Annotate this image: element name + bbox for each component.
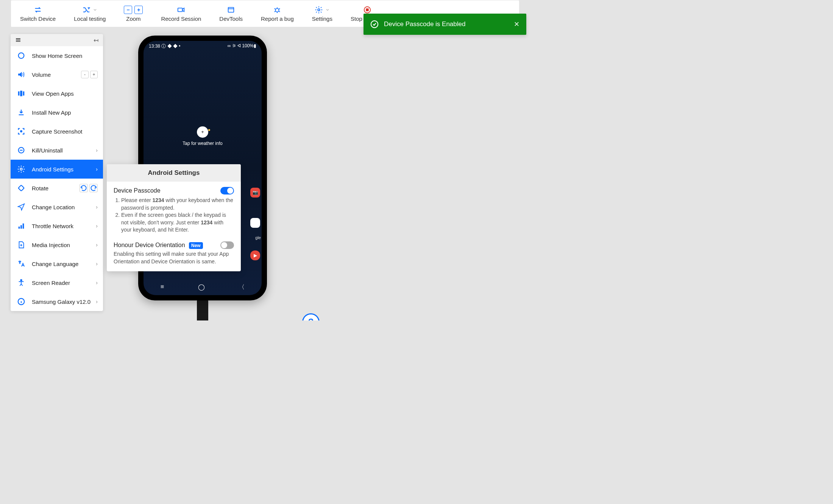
rotate-ccw-button[interactable] (80, 184, 88, 192)
bars-icon (17, 222, 25, 230)
back-button[interactable]: 〈 (239, 283, 245, 291)
weather-widget[interactable]: +● Tap for weather info (144, 126, 262, 146)
sidebar-item-label: Samsung Galaxy v12.0 (32, 299, 90, 305)
svg-rect-8 (18, 92, 20, 96)
actions-sidebar: 〓 ↤ Show Home Screen Volume - + View Ope… (11, 34, 103, 311)
drag-handle-icon[interactable]: 〓 (15, 36, 20, 44)
status-bar: 13:38 ⓘ ◆ ◆ • ∞ ⚞ ᐊ 100%▮ (144, 41, 262, 50)
zoom-in-button[interactable]: + (134, 6, 143, 14)
gear-icon (315, 6, 323, 14)
gear-icon (17, 165, 25, 173)
sidebar-item-location[interactable]: Change Location › (11, 198, 103, 216)
sidebar-item-home[interactable]: Show Home Screen (11, 46, 103, 65)
setting-passcode: Device Passcode Please enter 1234 with y… (107, 182, 241, 236)
sidebar-item-label: Capture Screenshot (32, 128, 98, 135)
zoom-control[interactable]: − + Zoom (115, 0, 152, 27)
sidebar-item-throttle[interactable]: Throttle Network › (11, 216, 103, 235)
svg-rect-16 (20, 225, 22, 229)
app-icon[interactable]: ▶ (250, 250, 260, 260)
chevron-right-icon: › (96, 223, 98, 229)
sidebar-item-media[interactable]: Media Injection › (11, 235, 103, 254)
passcode-toggle[interactable] (220, 187, 234, 194)
report-bug-button[interactable]: Report a bug (252, 0, 303, 27)
sidebar-item-rotate[interactable]: Rotate (11, 179, 103, 198)
switch-device-button[interactable]: Switch Device (11, 0, 65, 27)
report-bug-label: Report a bug (261, 16, 294, 22)
svg-point-2 (276, 8, 279, 12)
sidebar-item-open-apps[interactable]: View Open Apps (11, 84, 103, 103)
volume-down-button[interactable]: - (81, 71, 89, 78)
sidebar-item-screenshot[interactable]: Capture Screenshot (11, 122, 103, 141)
collapse-icon[interactable]: ↤ (94, 37, 98, 44)
sidebar-item-device-info[interactable]: Samsung Galaxy v12.0 › (11, 292, 103, 311)
sidebar-item-kill[interactable]: Kill/Uninstall › (11, 141, 103, 160)
help-fab[interactable]: ? (302, 313, 320, 320)
switch-device-label: Switch Device (20, 16, 56, 22)
check-circle-icon (370, 20, 379, 28)
zoom-out-button[interactable]: − (124, 6, 132, 14)
svg-rect-1 (228, 7, 234, 12)
android-navbar: ≡ ◯ 〈 (144, 283, 262, 291)
rotate-icon (17, 184, 25, 192)
local-testing-button[interactable]: Local testing (65, 0, 115, 27)
record-session-button[interactable]: Record Session (152, 0, 210, 27)
chevron-down-icon (325, 8, 330, 12)
rotate-cw-button[interactable] (89, 184, 98, 192)
passcode-title: Device Passcode (114, 187, 161, 194)
sidebar-item-label: Install New App (32, 109, 98, 116)
sidebar-item-label: Screen Reader (32, 280, 90, 286)
rotate-buttons (80, 184, 98, 192)
shuffle-icon (82, 6, 90, 14)
sidebar-item-label: Rotate (32, 185, 74, 191)
svg-point-18 (20, 280, 22, 281)
sidebar-item-label: Change Language (32, 261, 90, 267)
accessibility-icon (17, 278, 25, 287)
svg-rect-10 (23, 92, 25, 96)
chevron-right-icon: › (96, 242, 98, 248)
svg-rect-0 (178, 8, 183, 11)
capture-icon (17, 127, 25, 135)
recents-button[interactable]: ≡ (161, 283, 164, 291)
sidebar-item-language[interactable]: Change Language › (11, 254, 103, 273)
new-badge: New (189, 242, 203, 249)
search-label-partial: gle (255, 235, 261, 240)
toast-passcode-enabled: Device Passcode is Enabled ✕ (363, 14, 526, 35)
chevron-right-icon: › (96, 204, 98, 210)
stop-icon (363, 6, 371, 14)
chevron-right-icon: › (96, 147, 98, 153)
download-icon (17, 108, 25, 117)
weather-hint: Tap for weather info (144, 141, 262, 146)
sidebar-item-android-settings[interactable]: Android Settings › (11, 160, 103, 179)
home-button[interactable]: ◯ (198, 283, 205, 291)
window-icon (227, 6, 235, 14)
android-settings-panel: Android Settings Device Passcode Please … (107, 164, 241, 271)
settings-label: Settings (312, 16, 332, 22)
svg-rect-9 (20, 91, 22, 96)
passcode-instructions: Please enter 1234 with your keyboard whe… (114, 194, 234, 234)
volume-up-button[interactable]: + (90, 71, 98, 78)
usb-cable (197, 300, 208, 320)
orientation-toggle[interactable] (220, 241, 234, 249)
app-folder[interactable] (250, 218, 260, 228)
svg-rect-14 (18, 185, 24, 191)
volume-icon (17, 70, 25, 79)
app-icon[interactable]: 📷 (250, 188, 260, 198)
sidebar-item-volume[interactable]: Volume - + (11, 65, 103, 84)
apps-icon (17, 89, 25, 98)
settings-button[interactable]: Settings (303, 0, 342, 27)
svg-point-3 (318, 9, 320, 11)
devtools-button[interactable]: DevTools (210, 0, 252, 27)
sidebar-item-install[interactable]: Install New App (11, 103, 103, 122)
sidebar-header: 〓 ↤ (11, 34, 103, 46)
chevron-right-icon: › (96, 166, 98, 172)
sidebar-item-label: View Open Apps (32, 90, 98, 97)
svg-point-11 (20, 131, 22, 132)
svg-rect-15 (19, 227, 20, 229)
chevron-down-icon (93, 8, 97, 12)
svg-rect-17 (23, 224, 24, 229)
toast-close-button[interactable]: ✕ (514, 20, 519, 28)
orientation-desc: Enabling this setting will make sure tha… (114, 249, 234, 265)
svg-rect-5 (366, 9, 368, 11)
sidebar-item-screenreader[interactable]: Screen Reader › (11, 273, 103, 292)
sidebar-item-label: Show Home Screen (32, 53, 98, 59)
